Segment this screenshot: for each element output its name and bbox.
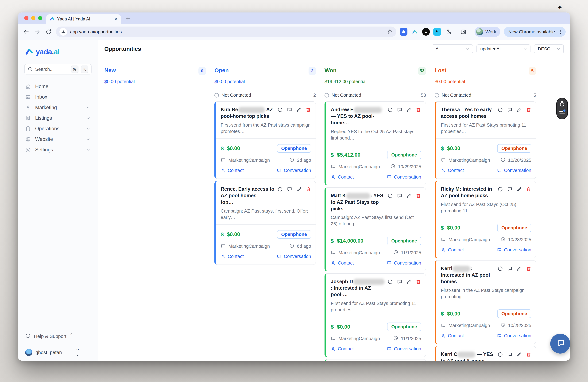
channel-badge[interactable]: Openphone [277, 230, 311, 239]
comment-icon[interactable] [397, 279, 402, 284]
opportunity-card[interactable]: Kira Be AZ pool-home top picks First-sen… [214, 101, 316, 179]
opportunity-card[interactable]: Kerri C — YES to AZ pool & game room… [435, 346, 536, 361]
filter-select-order[interactable]: DESC [534, 44, 564, 53]
conversation-link[interactable]: Conversation [387, 260, 421, 266]
new-tab-button[interactable]: + [126, 15, 130, 23]
comment-icon[interactable] [397, 193, 402, 198]
edit-pencil-icon[interactable] [296, 107, 302, 112]
conversation-link[interactable]: Conversation [497, 247, 531, 253]
channel-badge[interactable]: Openphone [497, 309, 531, 318]
comment-icon[interactable] [507, 107, 512, 112]
channel-badge[interactable]: Openphone [497, 144, 531, 153]
bookmark-star-icon[interactable] [387, 29, 393, 35]
status-circle-icon[interactable] [498, 352, 503, 357]
status-circle-icon[interactable] [387, 279, 393, 284]
zoom-window-button[interactable] [38, 16, 42, 20]
status-circle-icon[interactable] [498, 107, 503, 112]
channel-badge[interactable]: Openphone [387, 151, 421, 159]
edit-pencil-icon[interactable] [296, 187, 302, 192]
delete-trash-icon[interactable] [526, 352, 531, 357]
edit-pencil-icon[interactable] [406, 107, 412, 112]
status-circle-icon[interactable] [498, 187, 503, 192]
conversation-link[interactable]: Conversation [277, 254, 311, 259]
group-header[interactable]: Not Contacted 2 [214, 93, 316, 98]
conversation-link[interactable]: Conversation [387, 174, 421, 180]
group-header[interactable]: Not Contacted 53 [325, 93, 426, 98]
extension-yada-icon[interactable] [411, 28, 419, 36]
extension-flag-icon[interactable] [433, 28, 441, 36]
sidebar-item-home[interactable]: Home [24, 81, 92, 92]
app-logo[interactable]: yada.ai [24, 47, 92, 56]
delete-trash-icon[interactable] [306, 187, 311, 192]
delete-trash-icon[interactable] [526, 187, 531, 192]
help-support-link[interactable]: Help & Support ↗ [18, 329, 98, 344]
extensions-puzzle-icon[interactable] [444, 28, 452, 36]
back-button[interactable] [22, 28, 30, 36]
opportunity-card[interactable]: Ricky M: Interested in AZ pool home pick… [435, 181, 536, 258]
status-circle-icon[interactable] [387, 193, 393, 198]
chrome-update-chip[interactable]: New Chrome available ⋮ [504, 27, 566, 37]
delete-trash-icon[interactable] [416, 193, 421, 198]
comment-icon[interactable] [397, 107, 402, 112]
channel-badge[interactable]: Openphone [497, 224, 531, 232]
sidebar-item-inbox[interactable]: Inbox [24, 92, 92, 102]
delete-trash-icon[interactable] [526, 107, 531, 112]
delete-trash-icon[interactable] [306, 107, 311, 112]
tasks-list-icon[interactable] [559, 110, 565, 116]
menu-dots-icon[interactable]: ⋮ [558, 31, 563, 33]
filter-select-type[interactable]: All [432, 44, 473, 53]
minimize-window-button[interactable] [31, 16, 35, 20]
status-circle-icon[interactable] [498, 266, 503, 271]
stopwatch-icon[interactable] [559, 101, 565, 108]
reload-button[interactable] [45, 28, 52, 36]
opportunity-card[interactable]: Theresa - Yes to early access pool homes… [435, 101, 536, 179]
browser-tab[interactable]: Yada AI | Yada AI × [46, 14, 121, 24]
timer-widget[interactable] [556, 98, 568, 119]
contact-link[interactable]: Contact [441, 168, 464, 173]
edit-pencil-icon[interactable] [406, 193, 412, 198]
contact-link[interactable]: Contact [331, 174, 354, 180]
side-panel-search-button[interactable] [460, 28, 467, 36]
contact-link[interactable]: Contact [441, 333, 464, 338]
status-circle-icon[interactable] [277, 107, 283, 112]
sidebar-item-marketing[interactable]: Marketing [24, 102, 92, 113]
site-settings-icon[interactable] [60, 28, 67, 36]
edit-pencil-icon[interactable] [516, 352, 522, 357]
edit-pencil-icon[interactable] [516, 187, 522, 192]
account-switcher[interactable]: ghost_petar@yad... ⌃⌄ [18, 344, 98, 361]
contact-link[interactable]: Contact [221, 168, 244, 173]
contact-link[interactable]: Contact [441, 247, 464, 253]
filter-select-sort[interactable]: updatedAt [477, 44, 530, 53]
status-circle-icon[interactable] [387, 107, 393, 112]
comment-icon[interactable] [287, 187, 292, 192]
opportunity-card[interactable]: Andrew E — YES to AZ pool-home… Replied … [325, 101, 426, 185]
profile-chip[interactable]: Work [475, 27, 500, 37]
extension-snowflake-icon[interactable]: ✱ [400, 28, 407, 36]
delete-trash-icon[interactable] [416, 279, 421, 284]
conversation-link[interactable]: Conversation [497, 168, 531, 173]
conversation-link[interactable]: Conversation [387, 346, 421, 351]
sidebar-item-settings[interactable]: Settings [24, 145, 92, 155]
opportunity-card[interactable]: Matt K: YES to AZ Past Stays top picks C… [325, 187, 426, 271]
channel-badge[interactable]: Openphone [277, 144, 311, 153]
delete-trash-icon[interactable] [416, 107, 421, 112]
opportunity-card[interactable]: Jennifer C Interested in AZ pool-… [325, 359, 426, 361]
sidebar-item-operations[interactable]: Operations [24, 123, 92, 134]
sidebar-item-website[interactable]: Website [24, 134, 92, 145]
group-header[interactable]: Not Contacted 5 [435, 93, 536, 98]
status-circle-icon[interactable] [277, 187, 283, 192]
opportunity-card[interactable]: Renee, Early access to AZ pool homes — t… [214, 181, 316, 265]
search-input[interactable]: Search... ⌘ K [24, 64, 92, 74]
comment-icon[interactable] [507, 352, 512, 357]
contact-link[interactable]: Contact [331, 260, 354, 266]
comment-icon[interactable] [507, 187, 512, 192]
close-window-button[interactable] [24, 16, 28, 20]
channel-badge[interactable]: Openphone [387, 322, 421, 331]
forward-button[interactable] [34, 28, 41, 36]
comment-icon[interactable] [507, 266, 512, 271]
conversation-link[interactable]: Conversation [277, 168, 311, 173]
address-bar[interactable]: app.yada.ai/opportunities [56, 26, 396, 37]
opportunity-card[interactable]: Kerri: Interested in AZ pool homes First… [435, 260, 536, 344]
edit-pencil-icon[interactable] [516, 107, 522, 112]
extension-circle-icon[interactable] [422, 28, 430, 36]
